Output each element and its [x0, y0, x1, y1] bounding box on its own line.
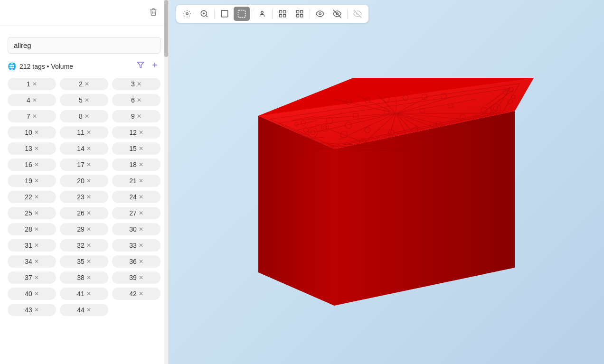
sidebar-body: 🌐 212 tags • Volume 1✕2✕3✕4✕5✕6✕7✕8✕9✕10 — [0, 26, 168, 364]
list-item: 44✕ — [60, 304, 108, 316]
list-item: 26✕ — [60, 207, 108, 219]
tag-remove-button[interactable]: ✕ — [85, 81, 89, 87]
tag-remove-button[interactable]: ✕ — [139, 243, 143, 248]
tag-remove-button[interactable]: ✕ — [34, 130, 39, 135]
tag-remove-button[interactable]: ✕ — [34, 275, 39, 280]
eye3-tool[interactable] — [349, 7, 366, 21]
tag-remove-button[interactable]: ✕ — [34, 243, 39, 248]
list-item: 39✕ — [112, 271, 160, 284]
tag-remove-button[interactable]: ✕ — [137, 97, 142, 103]
person-tool[interactable] — [254, 7, 270, 21]
tag-remove-button[interactable]: ✕ — [34, 307, 39, 313]
tag-remove-button[interactable]: ✕ — [139, 162, 143, 168]
explore-tool[interactable] — [179, 7, 195, 21]
tag-remove-button[interactable]: ✕ — [86, 162, 91, 168]
tag-remove-button[interactable]: ✕ — [139, 275, 143, 280]
tag-number: 12 — [129, 129, 137, 136]
tag-number: 13 — [25, 145, 32, 152]
tag-remove-button[interactable]: ✕ — [86, 194, 91, 200]
tag-remove-button[interactable]: ✕ — [139, 194, 143, 200]
tag-remove-button[interactable]: ✕ — [34, 259, 39, 264]
list-item: 40✕ — [8, 288, 56, 300]
tag-remove-button[interactable]: ✕ — [32, 113, 37, 119]
svg-marker-0 — [137, 62, 143, 68]
tag-number: 37 — [25, 274, 32, 281]
eye1-tool[interactable] — [312, 7, 328, 21]
tag-remove-button[interactable]: ✕ — [139, 178, 143, 184]
scroll-track[interactable] — [164, 0, 168, 364]
tag-remove-button[interactable]: ✕ — [139, 226, 143, 232]
tag-remove-button[interactable]: ✕ — [139, 146, 143, 151]
tag-remove-button[interactable]: ✕ — [34, 146, 39, 151]
tag-number: 23 — [77, 193, 85, 201]
list-item: 43✕ — [8, 304, 56, 316]
grid1-tool[interactable] — [274, 7, 291, 21]
tag-remove-button[interactable]: ✕ — [86, 243, 91, 248]
tag-number: 34 — [25, 258, 32, 265]
tag-remove-button[interactable]: ✕ — [85, 113, 89, 119]
tag-remove-button[interactable]: ✕ — [86, 210, 91, 216]
name-input[interactable] — [8, 37, 160, 54]
tag-remove-button[interactable]: ✕ — [34, 210, 39, 216]
grid2-tool[interactable] — [292, 7, 308, 21]
list-item: 41✕ — [60, 288, 108, 300]
tag-remove-button[interactable]: ✕ — [139, 130, 143, 135]
lasso-select-tool[interactable] — [234, 7, 250, 21]
tag-remove-button[interactable]: ✕ — [34, 194, 39, 200]
svg-point-3 — [186, 13, 189, 15]
zoom-tool[interactable] — [196, 7, 212, 21]
scroll-thumb[interactable] — [164, 0, 168, 57]
tag-remove-button[interactable]: ✕ — [86, 146, 91, 151]
tag-number: 8 — [79, 112, 83, 120]
tag-remove-button[interactable]: ✕ — [34, 291, 39, 297]
person-tool-icon — [258, 9, 266, 18]
tag-remove-button[interactable]: ✕ — [86, 291, 91, 297]
eye2-tool[interactable] — [329, 7, 345, 21]
tags-type: Volume — [51, 63, 73, 70]
explore-tool-icon — [183, 9, 191, 18]
list-item: 10✕ — [8, 126, 56, 139]
tag-remove-button[interactable]: ✕ — [86, 275, 91, 280]
tag-remove-button[interactable]: ✕ — [139, 291, 143, 297]
tag-number: 40 — [25, 290, 32, 298]
sidebar-header — [0, 0, 168, 26]
add-tag-button[interactable] — [149, 60, 160, 72]
tag-remove-button[interactable]: ✕ — [137, 113, 142, 119]
tag-number: 28 — [25, 225, 32, 233]
filter-button[interactable] — [135, 60, 146, 72]
tag-remove-button[interactable]: ✕ — [34, 226, 39, 232]
tag-remove-button[interactable]: ✕ — [86, 259, 91, 264]
tag-number: 17 — [77, 161, 85, 168]
tag-remove-button[interactable]: ✕ — [139, 210, 143, 216]
list-item: 15✕ — [112, 142, 160, 155]
tag-remove-button[interactable]: ✕ — [32, 81, 37, 87]
list-item: 22✕ — [8, 191, 56, 203]
tag-number: 33 — [129, 242, 137, 249]
list-item: 34✕ — [8, 255, 56, 268]
tag-number: 9 — [131, 112, 135, 120]
tag-remove-button[interactable]: ✕ — [137, 81, 142, 87]
tag-number: 44 — [77, 306, 85, 314]
list-item: 16✕ — [8, 159, 56, 171]
tag-number: 41 — [77, 290, 85, 298]
tag-remove-button[interactable]: ✕ — [86, 178, 91, 184]
list-item: 27✕ — [112, 207, 160, 219]
rect-select-tool[interactable] — [217, 7, 233, 21]
tag-remove-button[interactable]: ✕ — [34, 162, 39, 168]
eye2-tool-icon — [333, 9, 341, 18]
list-item: 8✕ — [60, 110, 108, 122]
delete-button[interactable] — [146, 7, 160, 19]
tag-remove-button[interactable]: ✕ — [34, 178, 39, 184]
tag-number: 26 — [77, 209, 85, 217]
toolbar — [176, 5, 368, 23]
tag-remove-button[interactable]: ✕ — [32, 97, 37, 103]
svg-rect-14 — [283, 15, 286, 17]
list-item: 18✕ — [112, 159, 160, 171]
tag-remove-button[interactable]: ✕ — [86, 307, 91, 313]
tag-remove-button[interactable]: ✕ — [139, 259, 143, 264]
tag-number: 2 — [79, 80, 83, 88]
tag-remove-button[interactable]: ✕ — [85, 97, 89, 103]
tag-number: 29 — [77, 225, 85, 233]
tag-remove-button[interactable]: ✕ — [86, 130, 91, 135]
tag-remove-button[interactable]: ✕ — [86, 226, 91, 232]
